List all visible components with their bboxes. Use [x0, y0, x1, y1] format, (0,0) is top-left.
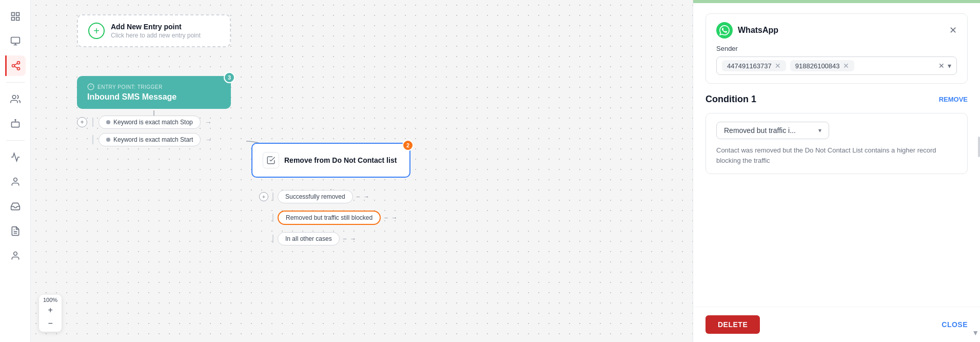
zoom-in-button[interactable]: +: [44, 304, 56, 316]
sidebar-item-profile[interactable]: [5, 245, 26, 266]
scroll-arrow-icon: ▼: [972, 329, 979, 337]
sidebar-divider-2: [6, 140, 25, 141]
output-arrow-success: →: [363, 193, 369, 200]
whatsapp-title-row: WhatsApp: [716, 22, 778, 39]
sidebar-divider: [6, 82, 25, 83]
sender-tag-2: 918826100843 ✕: [790, 60, 854, 71]
right-panel: WhatsApp ✕ Sender 447491163737 ✕ 9188261…: [693, 0, 980, 342]
sender-label: Sender: [716, 45, 957, 52]
whatsapp-icon: [716, 22, 733, 39]
whatsapp-header: WhatsApp ✕: [716, 22, 957, 39]
sidebar-item-bots[interactable]: [5, 113, 26, 134]
scroll-indicator: [978, 137, 980, 157]
add-entry-text: Add New Entry point Click here to add ne…: [111, 23, 201, 39]
condition-remove-button[interactable]: REMOVE: [939, 96, 968, 103]
branch-add-stop[interactable]: +: [77, 117, 87, 127]
remove-dnc-node[interactable]: 2 Remove from Do Not Contact list: [251, 143, 410, 178]
sender-tags-actions: ✕ ▾: [938, 62, 951, 70]
sidebar: [0, 0, 31, 342]
sender-tag-2-remove[interactable]: ✕: [843, 62, 849, 70]
branch-start: Keyword is exact match Start →: [77, 133, 212, 146]
sender-tags-container: 447491163737 ✕ 918826100843 ✕ ✕ ▾: [716, 56, 957, 75]
whatsapp-section: WhatsApp ✕ Sender 447491163737 ✕ 9188261…: [705, 13, 968, 84]
svg-rect-4: [11, 37, 19, 44]
condition-section: Condition 1 REMOVE Removed but traffic i…: [705, 94, 968, 174]
condition-card: Removed but traffic i... ▾ Contact was r…: [705, 113, 968, 174]
output-minus-blocked[interactable]: −: [384, 214, 388, 222]
sender-clear-button[interactable]: ✕: [938, 62, 945, 70]
add-entry-icon: +: [88, 23, 105, 39]
svg-point-14: [13, 252, 17, 256]
output-pill-other[interactable]: In all other cases: [278, 232, 340, 245]
condition-header: Condition 1 REMOVE: [705, 94, 968, 105]
condition-dropdown-row: Removed but traffic i... ▾: [716, 122, 957, 139]
svg-point-7: [17, 67, 20, 70]
add-entry-subtitle: Click here to add new entry point: [111, 32, 201, 39]
zoom-level: 100%: [43, 297, 57, 303]
output-minus-other[interactable]: −: [343, 235, 347, 243]
svg-rect-1: [16, 13, 19, 16]
remove-dnc-icon: [263, 152, 279, 168]
zoom-out-button[interactable]: −: [44, 317, 56, 330]
trigger-badge: 3: [224, 72, 235, 83]
svg-point-11: [13, 178, 17, 182]
chevron-down-icon: ▾: [818, 127, 821, 134]
condition-title: Condition 1: [705, 94, 756, 105]
output-branch-success: + Successfully removed − →: [259, 190, 397, 203]
branch-stop: + Keyword is exact match Stop →: [77, 116, 212, 129]
branch-pill-start[interactable]: Keyword is exact match Start: [99, 133, 201, 146]
sidebar-item-analytics[interactable]: [5, 147, 26, 167]
sender-tag-1-value: 447491163737: [727, 62, 772, 70]
whatsapp-close-button[interactable]: ✕: [949, 25, 957, 36]
sender-tag-1-remove[interactable]: ✕: [775, 62, 781, 70]
sender-tag-2-value: 918826100843: [795, 62, 840, 70]
svg-point-10: [15, 120, 16, 121]
whatsapp-title: WhatsApp: [738, 26, 778, 35]
right-panel-content: WhatsApp ✕ Sender 447491163737 ✕ 9188261…: [693, 3, 980, 307]
sidebar-item-people[interactable]: [5, 172, 26, 192]
canvas: + Add New Entry point Click here to add …: [31, 0, 693, 342]
output-minus-success[interactable]: −: [356, 193, 360, 201]
output-branch-blocked: Removed but traffic still blocked − →: [259, 211, 397, 225]
trigger-label: ENTRY POINT: TRIGGER: [87, 83, 221, 90]
output-arrow-other: →: [350, 235, 356, 242]
sidebar-item-flows[interactable]: [5, 55, 26, 76]
add-entry-point-node[interactable]: + Add New Entry point Click here to add …: [77, 14, 231, 47]
remove-dnc-header: Remove from Do Not Contact list: [263, 152, 399, 168]
sender-dropdown-button[interactable]: ▾: [948, 62, 951, 70]
output-add-success[interactable]: +: [259, 192, 268, 201]
svg-point-5: [17, 62, 20, 64]
add-entry-title: Add New Entry point: [111, 23, 201, 31]
output-branch-other: In all other cases − →: [259, 232, 397, 245]
branch-container: + Keyword is exact match Stop → Keyword …: [77, 116, 212, 150]
remove-dnc-title: Remove from Do Not Contact list: [284, 156, 397, 164]
sidebar-item-dashboard[interactable]: [5, 31, 26, 51]
output-pill-success[interactable]: Successfully removed: [278, 190, 353, 203]
trigger-title: Inbound SMS Message: [87, 92, 221, 102]
sidebar-item-contacts[interactable]: [5, 89, 26, 109]
output-pill-blocked[interactable]: Removed but traffic still blocked: [278, 211, 381, 225]
delete-button[interactable]: DELETE: [705, 315, 760, 334]
close-button[interactable]: CLOSE: [942, 320, 968, 329]
branch-arrow-start: →: [205, 136, 212, 144]
trigger-node[interactable]: 3 ENTRY POINT: TRIGGER Inbound SMS Messa…: [77, 76, 231, 109]
svg-rect-9: [11, 122, 19, 127]
sidebar-item-grid[interactable]: [5, 6, 26, 27]
zoom-controls: 100% + −: [39, 295, 62, 332]
right-panel-footer: DELETE CLOSE: [693, 307, 980, 342]
svg-rect-2: [11, 17, 14, 21]
output-branches: + Successfully removed − → Removed but t…: [259, 190, 397, 253]
remove-dnc-badge: 2: [402, 140, 414, 151]
condition-description: Contact was removed but the Do Not Conta…: [716, 145, 957, 165]
sidebar-item-history[interactable]: [5, 221, 26, 241]
sender-tag-1: 447491163737 ✕: [722, 60, 786, 71]
svg-rect-3: [16, 17, 19, 21]
svg-point-6: [12, 65, 15, 67]
svg-point-8: [12, 96, 16, 99]
branch-pill-stop[interactable]: Keyword is exact match Stop: [99, 116, 201, 129]
branch-arrow-stop: →: [205, 118, 212, 126]
sidebar-item-inbox[interactable]: [5, 196, 26, 217]
output-arrow-blocked: →: [391, 214, 397, 221]
condition-dropdown[interactable]: Removed but traffic i... ▾: [716, 122, 829, 139]
svg-rect-0: [11, 13, 14, 16]
